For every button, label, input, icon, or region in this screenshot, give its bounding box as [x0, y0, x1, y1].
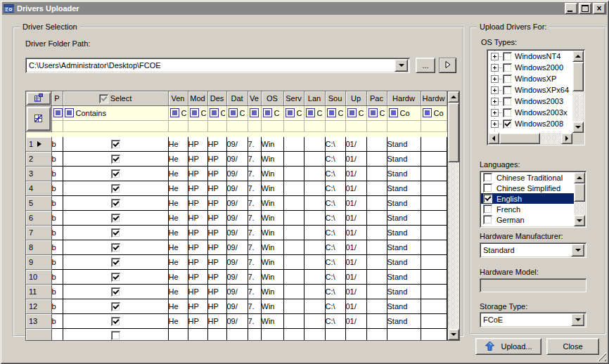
os-scroll-left-button[interactable]	[488, 133, 499, 144]
filter-funnel-icon[interactable]	[210, 108, 219, 117]
language-item[interactable]: German	[481, 214, 574, 225]
cell-select[interactable]	[63, 285, 168, 299]
tree-item[interactable]: Windows2003x	[488, 107, 572, 118]
os-hscrollbar-track[interactable]	[540, 133, 561, 144]
column-header-serv[interactable]: Serv	[283, 91, 304, 106]
row-number-cell[interactable]: 1	[26, 137, 51, 152]
select-checkbox[interactable]	[111, 214, 120, 223]
select-checkbox[interactable]	[111, 184, 120, 193]
tree-item[interactable]: Windows2003	[488, 96, 572, 107]
filter-funnel-icon[interactable]	[286, 108, 295, 117]
storage-type-combobox[interactable]: FCoE	[480, 312, 586, 327]
filter-input-cell-hardw2[interactable]	[421, 120, 447, 131]
os-type-checkbox[interactable]	[503, 52, 512, 61]
select-checkbox[interactable]	[111, 199, 120, 208]
upload-button[interactable]: Upload...	[475, 338, 541, 355]
maximize-button[interactable]	[579, 3, 591, 14]
expand-plus-icon[interactable]	[491, 53, 499, 60]
minimize-button[interactable]	[565, 3, 577, 14]
select-all-checkbox[interactable]	[99, 94, 108, 103]
select-checkbox[interactable]	[111, 273, 120, 282]
column-header-lan[interactable]: Lan	[304, 91, 325, 106]
os-scrollbar-track[interactable]	[572, 91, 584, 122]
row-number-cell[interactable]: 9	[26, 255, 51, 270]
select-checkbox[interactable]	[111, 155, 120, 164]
column-header-sou[interactable]: Sou	[325, 91, 345, 106]
column-header-os[interactable]: OS	[261, 91, 283, 106]
cell-select[interactable]	[63, 167, 168, 181]
row-number-cell[interactable]: 5	[26, 196, 51, 211]
row-number-cell[interactable]: 3	[26, 167, 51, 181]
row-number-cell[interactable]: 10	[26, 270, 51, 285]
language-item[interactable]: Chinese Traditional	[481, 172, 574, 183]
cell-select[interactable]	[63, 226, 168, 240]
expand-plus-icon[interactable]	[491, 64, 499, 72]
select-checkbox[interactable]	[111, 317, 120, 326]
filter-funnel-icon[interactable]	[368, 108, 378, 117]
filter-cell-sou[interactable]: C	[325, 106, 345, 121]
os-type-checkbox[interactable]	[503, 74, 512, 84]
filter-input-cell-os[interactable]	[261, 120, 283, 131]
column-header-hardw1[interactable]: Hardw	[387, 91, 421, 106]
lang-scrollbar-thumb[interactable]	[574, 183, 585, 202]
filter-funnel-icon[interactable]	[229, 108, 238, 117]
os-type-checkbox[interactable]	[503, 63, 512, 72]
filter-funnel-icon[interactable]	[53, 108, 63, 117]
row-number-cell[interactable]: 12	[26, 299, 51, 314]
os-type-checkbox[interactable]	[503, 108, 512, 117]
column-header-up[interactable]: Up	[345, 91, 366, 106]
clear-filter-button[interactable]	[27, 107, 51, 131]
filter-funnel-icon[interactable]	[190, 108, 199, 117]
filter-funnel-icon[interactable]	[389, 108, 398, 117]
filter-funnel-icon[interactable]	[423, 108, 432, 117]
go-button[interactable]	[439, 58, 456, 73]
select-checkbox[interactable]	[111, 302, 120, 311]
cell-select[interactable]	[63, 240, 168, 255]
select-checkbox[interactable]	[111, 140, 120, 149]
row-number-cell[interactable]: 2	[26, 152, 51, 167]
tree-item[interactable]: WindowsXP	[488, 73, 572, 84]
expand-plus-icon[interactable]	[491, 120, 499, 128]
hardware-manufacturer-dropdown-button[interactable]	[571, 244, 584, 256]
languages-listbox[interactable]: Chinese TraditionalChinese SimplifiedEng…	[480, 171, 586, 228]
expand-plus-icon[interactable]	[491, 86, 499, 94]
filter-funnel-icon[interactable]	[250, 108, 259, 117]
tree-item[interactable]: Windows2000	[488, 62, 572, 73]
column-header-pac[interactable]: Pac	[366, 91, 387, 106]
folder-path-value[interactable]: C:\Users\Administrator\Desktop\FCOE	[25, 61, 395, 70]
os-scrollbar-thumb[interactable]	[572, 62, 584, 91]
filter-cell-hardw2[interactable]: Co	[421, 106, 447, 121]
language-item[interactable]: French	[481, 204, 574, 214]
row-number-cell[interactable]: 4	[26, 181, 51, 196]
expand-plus-icon[interactable]	[491, 109, 499, 117]
hardware-manufacturer-value[interactable]: Standard	[480, 246, 571, 254]
filter-funnel-icon[interactable]	[347, 108, 357, 117]
row-number-cell[interactable]: 8	[26, 240, 51, 255]
os-type-checkbox[interactable]	[503, 97, 512, 106]
os-scroll-right-button[interactable]	[561, 133, 572, 144]
filter-cell-ven[interactable]: C	[168, 106, 188, 121]
cell-select[interactable]	[63, 314, 168, 329]
column-header-mod[interactable]: Mod	[188, 91, 207, 106]
filter-input-cell-p[interactable]	[51, 120, 63, 131]
cell-select[interactable]	[63, 196, 168, 211]
language-checkbox[interactable]	[483, 194, 492, 203]
filter-cell-os[interactable]: C	[261, 106, 283, 121]
select-checkbox[interactable]	[111, 258, 120, 267]
os-scroll-down-button[interactable]	[572, 122, 584, 133]
close-window-button[interactable]: ×	[593, 3, 605, 14]
select-checkbox[interactable]	[111, 243, 120, 252]
os-scroll-up-button[interactable]	[572, 51, 584, 62]
filter-input-cell-mod[interactable]	[188, 120, 207, 131]
filter-funnel-icon[interactable]	[170, 108, 179, 117]
column-header-ven[interactable]: Ven	[168, 91, 188, 106]
grid-vertical-scrollbar[interactable]	[447, 91, 459, 340]
language-checkbox[interactable]	[483, 173, 492, 182]
select-checkbox[interactable]	[111, 287, 120, 297]
column-header-select[interactable]: Select	[63, 91, 168, 106]
folder-path-dropdown-button[interactable]	[395, 59, 408, 72]
filter-cell-pac[interactable]: C	[366, 106, 387, 121]
filter-input-cell-serv[interactable]	[283, 120, 304, 131]
grid-scroll-down-button[interactable]	[448, 329, 459, 340]
lang-scrollbar-track[interactable]	[574, 202, 585, 215]
